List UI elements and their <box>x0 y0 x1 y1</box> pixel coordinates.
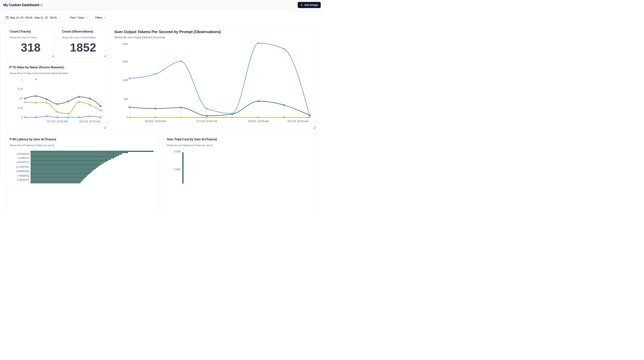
svg-text:5/15/25, 02:00 AM: 5/15/25, 02:00 AM <box>145 120 166 123</box>
svg-text:u-d3qr5cg: u-d3qr5cg <box>18 174 29 177</box>
svg-text:u-8fVa9T3: u-8fVa9T3 <box>17 178 29 180</box>
svg-text:1100: 1100 <box>122 79 128 82</box>
svg-text:u-5M8D56k: u-5M8D56k <box>16 170 29 173</box>
svg-text:u-tFAR5TX: u-tFAR5TX <box>16 161 29 164</box>
svg-text:2200: 2200 <box>122 43 128 46</box>
svg-text:0.25: 0.25 <box>18 107 23 110</box>
svg-text:5/21/25, 02:00 AM: 5/21/25, 02:00 AM <box>79 120 100 123</box>
svg-text:5/17/25, 02:00 AM: 5/17/25, 02:00 AM <box>196 120 217 123</box>
svg-text:0: 0 <box>126 116 128 119</box>
svg-text:u-zVqP3hw: u-zVqP3hw <box>16 165 29 168</box>
svg-text:0.008: 0.008 <box>174 150 180 153</box>
svg-text:u-aobnuxf: u-aobnuxf <box>18 156 29 159</box>
svg-text:550: 550 <box>124 98 128 101</box>
svg-text:1: 1 <box>21 78 23 81</box>
svg-text:5/17/25, 02:00 AM: 5/17/25, 02:00 AM <box>47 120 68 123</box>
svg-text:u-8sq2w4a: u-8sq2w4a <box>16 152 29 155</box>
svg-text:5/19/25, 02:00 AM: 5/19/25, 02:00 AM <box>248 120 269 123</box>
svg-text:1650: 1650 <box>122 60 128 63</box>
svg-text:5/21/25, 02:00 AM: 5/21/25, 02:00 AM <box>287 120 308 123</box>
svg-text:0.5: 0.5 <box>19 97 22 100</box>
svg-text:0.75: 0.75 <box>18 88 23 91</box>
svg-text:0: 0 <box>21 116 23 119</box>
svg-text:0.006: 0.006 <box>174 168 180 171</box>
